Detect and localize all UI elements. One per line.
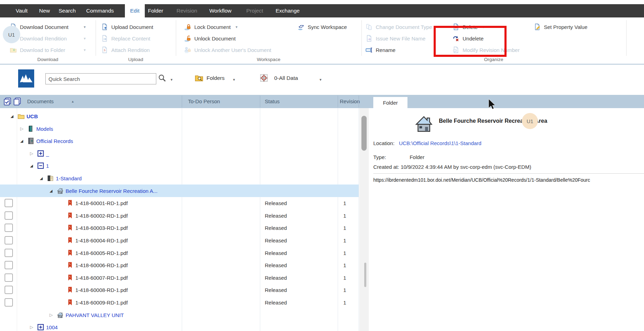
meridian-logo-icon bbox=[18, 69, 34, 88]
document-name[interactable]: 1-418-60008-RD-1.pdf bbox=[75, 287, 128, 293]
row-checkbox[interactable] bbox=[5, 224, 13, 232]
row-checkbox[interactable] bbox=[5, 249, 13, 257]
table-row-document[interactable]: 1-418-60002-RD-1.pdfReleased1 bbox=[0, 209, 359, 222]
undelete-button[interactable]: Undelete bbox=[452, 33, 484, 44]
tree-item-label[interactable]: 1004 bbox=[46, 324, 58, 330]
menu-item-new[interactable]: New bbox=[39, 4, 50, 17]
document-name[interactable]: 1-418-60003-RD-1.pdf bbox=[75, 225, 128, 231]
search-options-dropdown-icon[interactable]: ▾ bbox=[171, 77, 173, 82]
row-checkbox[interactable] bbox=[5, 236, 13, 245]
table-row-belle-fourche-reservoir-recreation-a[interactable]: ◢Belle Fourche Reservoir Recreation A... bbox=[0, 185, 359, 197]
revision-cell: 1 bbox=[343, 287, 346, 293]
folder-url[interactable]: https://ibrdenentedm101.bor.doi.net/Meri… bbox=[373, 177, 590, 183]
delete-button[interactable]: Delete▾ bbox=[452, 22, 485, 32]
table-row-official-records[interactable]: ◢Official Records bbox=[0, 135, 359, 147]
column-header-todo-person[interactable]: To-Do Person bbox=[188, 98, 220, 104]
lock-document-button[interactable]: Lock Document▾ bbox=[184, 22, 238, 32]
table-row-document[interactable]: 1-418-60009-RD-1.pdfReleased1 bbox=[0, 296, 359, 309]
select-all-icon[interactable] bbox=[3, 97, 12, 107]
quick-search-input[interactable] bbox=[45, 73, 156, 84]
expand-arrow-icon[interactable]: ▷ bbox=[30, 325, 33, 330]
tree-item-label[interactable]: PAHVANT VALLEY UNIT bbox=[66, 312, 124, 318]
tree-item-label[interactable]: 1 bbox=[46, 163, 49, 169]
tree-item-label[interactable]: Models bbox=[36, 126, 53, 132]
collapse-arrow-icon[interactable]: ◢ bbox=[40, 176, 43, 181]
scrollbar-fragment[interactable] bbox=[364, 263, 366, 287]
document-name[interactable]: 1-418-60009-RD-1.pdf bbox=[75, 300, 128, 306]
column-header-revision[interactable]: Revision bbox=[340, 98, 360, 104]
table-row-document[interactable]: 1-418-60007-RD-1.pdfReleased1 bbox=[0, 271, 359, 284]
collapse-arrow-icon[interactable]: ◢ bbox=[50, 189, 52, 193]
menu-item-edit[interactable]: Edit bbox=[125, 4, 145, 17]
folders-dropdown-icon[interactable]: ▾ bbox=[233, 77, 235, 82]
clear-selection-icon[interactable] bbox=[13, 97, 22, 107]
menu-item-search[interactable]: Search bbox=[59, 4, 76, 17]
status-cell: Released bbox=[265, 262, 287, 268]
expand-arrow-icon[interactable]: ▷ bbox=[30, 151, 33, 156]
scope-selector-button[interactable]: 0-All Data bbox=[274, 75, 298, 81]
tree-item-label[interactable]: Official Records bbox=[36, 138, 73, 144]
unlock-document-button[interactable]: Unlock Document bbox=[184, 33, 235, 44]
table-row-document[interactable]: 1-418-60006-RD-1.pdfReleased1 bbox=[0, 259, 359, 271]
menu-item-vault[interactable]: Vault bbox=[16, 4, 28, 17]
tree-item-label[interactable]: _ bbox=[46, 151, 49, 157]
tree-item-label[interactable]: 1-Standard bbox=[56, 175, 82, 181]
table-row-[interactable]: ▷_ bbox=[0, 147, 359, 160]
search-icon[interactable] bbox=[158, 74, 166, 84]
table-row-document[interactable]: 1-418-60005-RD-1.pdfReleased1 bbox=[0, 247, 359, 259]
collapse-arrow-icon[interactable]: ◢ bbox=[10, 114, 13, 119]
set-property-value-button[interactable]: Set Property Value bbox=[534, 22, 587, 32]
dropdown-arrow-icon[interactable]: ▾ bbox=[482, 25, 485, 29]
table-row-document[interactable]: 1-418-60008-RD-1.pdfReleased1 bbox=[0, 284, 359, 296]
pdf-icon bbox=[66, 262, 74, 269]
document-name[interactable]: 1-418-60001-RD-1.pdf bbox=[75, 200, 128, 206]
row-checkbox[interactable] bbox=[5, 298, 13, 307]
sync-workspace-button[interactable]: Sync Workspace bbox=[298, 22, 347, 32]
folders-view-button[interactable]: Folders bbox=[207, 75, 225, 81]
table-row-pahvant-valley-unit[interactable]: ▷PAHVANT VALLEY UNIT bbox=[0, 309, 359, 321]
created-row: Created at: 10/9/2022 4:39:44 AM by svc-… bbox=[373, 164, 531, 170]
dropdown-arrow-icon[interactable]: ▾ bbox=[84, 25, 86, 29]
scope-dropdown-icon[interactable]: ▾ bbox=[320, 77, 322, 82]
document-name[interactable]: 1-418-60006-RD-1.pdf bbox=[75, 262, 128, 268]
scrollbar-thumb[interactable] bbox=[361, 116, 367, 151]
table-row-1-standard[interactable]: ◢1-Standard bbox=[0, 172, 359, 185]
dropdown-arrow-icon[interactable]: ▾ bbox=[235, 25, 238, 29]
column-header-documents[interactable]: Documents bbox=[27, 98, 54, 104]
table-row-models[interactable]: ▷Models bbox=[0, 122, 359, 135]
table-row-ucb[interactable]: ◢UCB bbox=[0, 110, 359, 122]
document-name[interactable]: 1-418-60002-RD-1.pdf bbox=[75, 213, 128, 219]
binder-icon bbox=[47, 175, 54, 182]
table-row-document[interactable]: 1-418-60003-RD-1.pdfReleased1 bbox=[0, 221, 359, 234]
document-name[interactable]: 1-418-60004-RD-1.pdf bbox=[75, 238, 128, 243]
row-checkbox[interactable] bbox=[5, 261, 13, 269]
ribbon-button-label: Issue New File Name bbox=[376, 36, 426, 42]
row-checkbox[interactable] bbox=[5, 211, 13, 220]
menu-item-workflow[interactable]: Workflow bbox=[209, 4, 231, 17]
row-checkbox[interactable] bbox=[5, 199, 13, 207]
table-row-document[interactable]: 1-418-60004-RD-1.pdfReleased1 bbox=[0, 234, 359, 247]
table-row-1[interactable]: ◢1 bbox=[0, 159, 359, 172]
menu-item-exchange[interactable]: Exchange bbox=[276, 4, 300, 17]
document-name[interactable]: 1-418-60007-RD-1.pdf bbox=[75, 275, 128, 281]
panel-divider bbox=[373, 173, 644, 174]
table-row-1004[interactable]: ▷1004 bbox=[0, 321, 359, 331]
tab-folder[interactable]: Folder bbox=[373, 97, 407, 108]
tree-item-label[interactable]: UCB bbox=[27, 113, 38, 119]
expand-arrow-icon[interactable]: ▷ bbox=[20, 126, 23, 131]
expand-arrow-icon[interactable]: ▷ bbox=[50, 313, 53, 317]
row-checkbox[interactable] bbox=[5, 286, 13, 294]
row-checkbox[interactable] bbox=[5, 273, 13, 282]
document-name[interactable]: 1-418-60005-RD-1.pdf bbox=[75, 250, 128, 256]
location-link[interactable]: UCB:\Official Records\1\1-Standard bbox=[399, 140, 481, 146]
collapse-arrow-icon[interactable]: ◢ bbox=[20, 139, 23, 143]
upload-document-button[interactable]: Upload Document bbox=[101, 22, 153, 32]
column-header-status[interactable]: Status bbox=[265, 98, 280, 104]
collapse-arrow-icon[interactable]: ◢ bbox=[30, 164, 33, 168]
table-row-document[interactable]: 1-418-60001-RD-1.pdfReleased1 bbox=[0, 197, 359, 209]
sort-ascending-icon[interactable]: ▲ bbox=[71, 100, 74, 103]
menu-item-folder[interactable]: Folder bbox=[148, 4, 163, 17]
tree-item-label[interactable]: Belle Fourche Reservoir Recreation A... bbox=[66, 188, 157, 194]
menu-item-commands[interactable]: Commands bbox=[86, 4, 114, 17]
rename-button[interactable]: Rename bbox=[366, 45, 396, 55]
